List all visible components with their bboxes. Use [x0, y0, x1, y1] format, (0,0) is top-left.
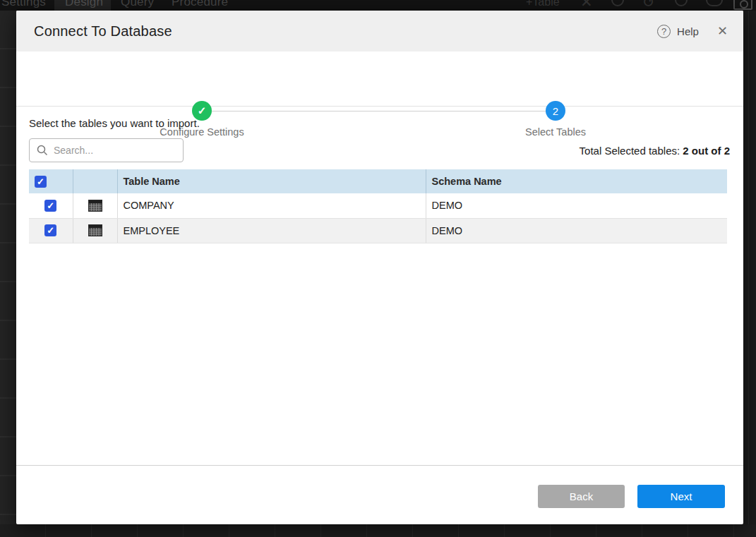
help-button[interactable]: ? Help — [657, 25, 699, 38]
tab-query[interactable]: Query — [121, 0, 154, 9]
help-icon: ? — [657, 25, 671, 38]
table-grid-icon — [88, 224, 102, 236]
search-icon — [37, 145, 48, 156]
step-2-label: Select Tables — [471, 126, 640, 138]
table-name-cell: COMPANY — [117, 193, 426, 218]
modal-footer: Back Next — [16, 465, 743, 524]
step-2-indicator: 2 — [546, 101, 565, 121]
modal-title: Connect To Database — [34, 23, 172, 40]
next-button[interactable]: Next — [637, 485, 725, 508]
schema-name-cell: DEMO — [426, 218, 727, 243]
table-row[interactable]: EMPLOYEE DEMO — [29, 218, 727, 243]
icon-column-header — [73, 169, 117, 193]
app-right-panel — [743, 11, 756, 524]
select-all-checkbox[interactable] — [35, 176, 47, 188]
search-zoom-icon[interactable] — [611, 0, 624, 6]
app-bottom-area — [0, 524, 756, 537]
app-sidebar — [0, 11, 16, 524]
table-name-column-header[interactable]: Table Name — [117, 169, 426, 193]
tab-design[interactable]: Design — [65, 0, 103, 9]
help-label: Help — [677, 25, 699, 37]
back-button[interactable]: Back — [538, 485, 625, 508]
row-checkbox[interactable] — [44, 224, 56, 236]
search-input[interactable] — [54, 145, 176, 156]
table-header-row: Table Name Schema Name — [29, 169, 727, 193]
modal-header: Connect To Database ? Help ✕ — [16, 11, 743, 52]
search-box[interactable] — [29, 138, 184, 162]
schema-name-cell: DEMO — [426, 193, 727, 218]
tab-procedure[interactable]: Procedure — [172, 0, 228, 9]
redo-icon[interactable] — [675, 0, 688, 6]
summary-prefix: Total Selected tables: — [580, 145, 683, 157]
stepper-connector-line — [212, 111, 546, 111]
instruction-text: Select the tables you want to import. — [29, 117, 200, 129]
export-icon[interactable] — [706, 0, 723, 6]
camera-icon[interactable] — [733, 0, 752, 10]
tables-list: Table Name Schema Name — [29, 169, 727, 243]
table-row[interactable]: COMPANY DEMO — [29, 193, 727, 218]
row-checkbox[interactable] — [44, 200, 56, 212]
tab-settings[interactable]: Settings — [1, 0, 46, 9]
connect-database-modal: Connect To Database ? Help ✕ ✓ Configure… — [16, 11, 743, 524]
schema-name-column-header[interactable]: Schema Name — [426, 169, 727, 193]
close-icon[interactable]: ✕ — [717, 25, 728, 37]
add-table-button[interactable]: +Table — [526, 0, 560, 8]
app-topbar: Settings Design Query Procedure +Table ✕… — [0, 0, 756, 11]
table-grid-icon — [88, 200, 102, 212]
selected-tables-summary: Total Selected tables: 2 out of 2 — [580, 145, 730, 157]
summary-count: 2 out of 2 — [683, 145, 730, 157]
table-name-cell: EMPLOYEE — [117, 218, 426, 243]
check-icon: ✓ — [198, 104, 207, 117]
undo-icon[interactable]: ↺ — [642, 0, 655, 11]
stepper: ✓ Configure Settings 2 Select Tables — [16, 52, 743, 107]
close-table-icon[interactable]: ✕ — [580, 0, 593, 11]
